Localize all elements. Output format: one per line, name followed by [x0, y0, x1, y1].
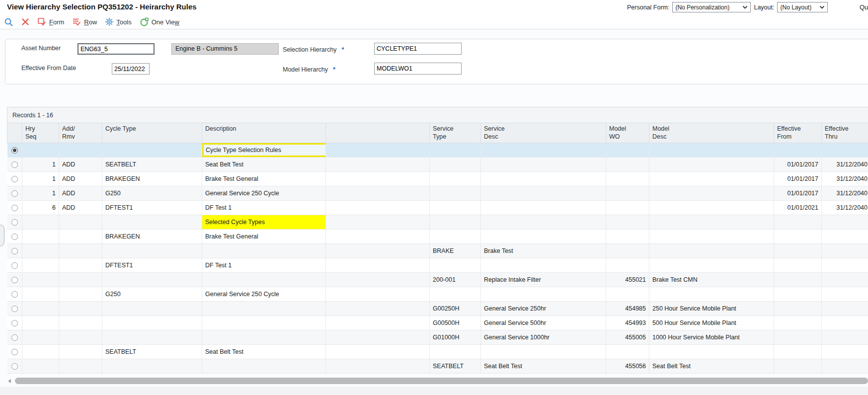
row-select-cell	[7, 157, 22, 171]
cell-model_desc	[649, 287, 774, 301]
row-select-cell	[7, 301, 22, 316]
cell-model_wo	[606, 186, 649, 200]
cell-desc	[202, 330, 326, 344]
table-row[interactable]: 6ADDDFTEST1DF Test 101/01/202131/12/2040	[7, 200, 868, 215]
column-header-blank[interactable]	[326, 123, 430, 143]
cell-hry	[22, 344, 59, 359]
column-header-model_desc[interactable]: ModelDesc	[649, 123, 774, 143]
row-radio[interactable]	[11, 363, 18, 370]
cell-eff_from	[774, 143, 822, 157]
row-menu-button[interactable]: Row	[72, 17, 97, 26]
column-header-svc_type[interactable]: ServiceType	[430, 123, 481, 143]
cell-eff_from	[774, 330, 822, 344]
form-menu-icon	[37, 17, 47, 26]
cell-hry: 6	[22, 200, 59, 215]
cell-addrmv	[59, 344, 102, 359]
cell-eff_thru	[822, 272, 868, 287]
column-header-desc[interactable]: Description	[202, 123, 326, 143]
selection-hierarchy-input[interactable]	[374, 43, 462, 55]
table-row[interactable]: 1ADDG250General Service 250 Cycle01/01/2…	[7, 186, 868, 200]
tools-menu-button[interactable]: Tools	[105, 17, 131, 26]
table-row[interactable]: SEATBELTSeat Belt Test455056Seat Belt Te…	[7, 359, 868, 373]
column-header-eff_thru[interactable]: EffectiveThru	[822, 123, 868, 143]
row-radio[interactable]	[11, 161, 18, 168]
table-row[interactable]: Selected Cycle Types	[7, 215, 868, 229]
layout-select[interactable]: (No Layout)	[777, 2, 828, 12]
effective-from-date-input[interactable]	[112, 63, 150, 75]
table-row[interactable]: 1ADDBRAKEGENBrake Test General01/01/2017…	[7, 171, 868, 186]
table-row[interactable]: Cycle Type Selection Rules	[7, 143, 868, 157]
cell-desc: General Service 250 Cycle	[202, 186, 326, 200]
column-header-svc_desc[interactable]: ServiceDesc	[481, 123, 606, 143]
column-header-hry[interactable]: HrySeq	[22, 123, 59, 143]
cell-addrmv	[59, 272, 102, 287]
cell-hry: 1	[22, 171, 59, 186]
cell-desc: Seat Belt Test	[202, 157, 326, 171]
table-row[interactable]: SEATBELTSeat Belt Test	[7, 344, 868, 359]
cell-cycle: SEATBELT	[102, 157, 202, 171]
cell-addrmv	[59, 359, 102, 373]
cell-blank	[326, 171, 430, 186]
row-radio[interactable]	[11, 262, 18, 269]
column-header-model_wo[interactable]: ModelWO	[606, 123, 649, 143]
column-header-cycle[interactable]: Cycle Type	[102, 123, 202, 143]
view-hierarchy-selection-page: { "header": { "title": "View Hierarchy S…	[0, 0, 868, 395]
form-menu-button[interactable]: Form	[37, 17, 64, 26]
table-row[interactable]: G00500HGeneral Service 500hr454993500 Ho…	[7, 316, 868, 330]
table-row[interactable]: G00250HGeneral Service 250hr454985250 Ho…	[7, 301, 868, 316]
table-row[interactable]: BRAKEBrake Test	[7, 243, 868, 258]
find-button[interactable]	[4, 17, 13, 27]
required-asterisk: *	[333, 66, 335, 73]
row-select-cell	[7, 171, 22, 186]
row-radio[interactable]	[11, 248, 18, 254]
column-header-addrmv[interactable]: Add/Rmv	[59, 123, 102, 143]
cell-blank	[326, 301, 430, 316]
cell-svc_desc: Brake Test	[481, 243, 606, 258]
row-radio[interactable]	[11, 291, 18, 298]
bottom-strip	[0, 387, 868, 395]
column-header-eff_from[interactable]: EffectiveFrom	[774, 123, 822, 143]
row-radio[interactable]	[11, 190, 18, 197]
cell-cycle: DFTEST1	[102, 200, 202, 215]
cell-svc_desc: General Service 500hr	[481, 316, 606, 330]
close-button[interactable]	[21, 18, 29, 26]
model-hierarchy-input[interactable]	[374, 63, 462, 75]
table-row[interactable]: 200-001Replace Intake Filter455021Brake …	[7, 272, 868, 287]
table-row[interactable]: 1ADDSEATBELTSeat Belt Test01/01/201731/1…	[7, 157, 868, 171]
row-radio[interactable]	[11, 349, 18, 355]
cell-eff_thru: 31/12/2040	[822, 200, 868, 215]
row-radio[interactable]	[11, 334, 18, 341]
cell-model_desc	[649, 344, 774, 359]
cell-svc_desc	[481, 229, 606, 243]
table-row[interactable]: BRAKEGENBrake Test General	[7, 229, 868, 243]
cell-desc: DF Test 1	[202, 258, 326, 272]
table-row[interactable]: DFTEST1DF Test 1	[7, 258, 868, 272]
cell-svc_desc	[481, 344, 606, 359]
row-radio[interactable]	[11, 306, 18, 312]
cell-model_wo	[606, 344, 649, 359]
table-row[interactable]: G250General Service 250 Cycle	[7, 287, 868, 301]
table-row[interactable]: G01000HGeneral Service 1000hr4550051000 …	[7, 330, 868, 344]
cell-blank	[326, 330, 430, 344]
personal-form-select[interactable]: (No Personalization)	[672, 2, 751, 12]
row-radio[interactable]	[11, 205, 18, 211]
row-radio[interactable]	[11, 320, 18, 326]
horizontal-scrollbar[interactable]	[7, 378, 868, 385]
cell-svc_desc	[481, 186, 606, 200]
row-radio[interactable]	[11, 277, 18, 283]
scrollbar-thumb[interactable]	[15, 378, 868, 384]
cell-eff_from	[774, 229, 822, 243]
row-radio[interactable]	[11, 176, 18, 182]
panel-splitter-handle[interactable]	[0, 225, 4, 246]
scroll-left-arrow-icon[interactable]	[8, 379, 11, 383]
cell-eff_from	[774, 215, 822, 229]
row-radio[interactable]	[11, 234, 18, 240]
asset-number-input[interactable]	[78, 43, 155, 55]
one-view-button[interactable]: One View	[140, 17, 179, 27]
header-form-panel: Asset Number Engine B - Cummins 5 Select…	[5, 39, 868, 84]
row-radio[interactable]	[11, 219, 18, 226]
cell-model_desc	[649, 215, 774, 229]
row-radio[interactable]	[11, 147, 18, 154]
cell-svc_desc	[481, 143, 606, 157]
cell-desc	[202, 272, 326, 287]
